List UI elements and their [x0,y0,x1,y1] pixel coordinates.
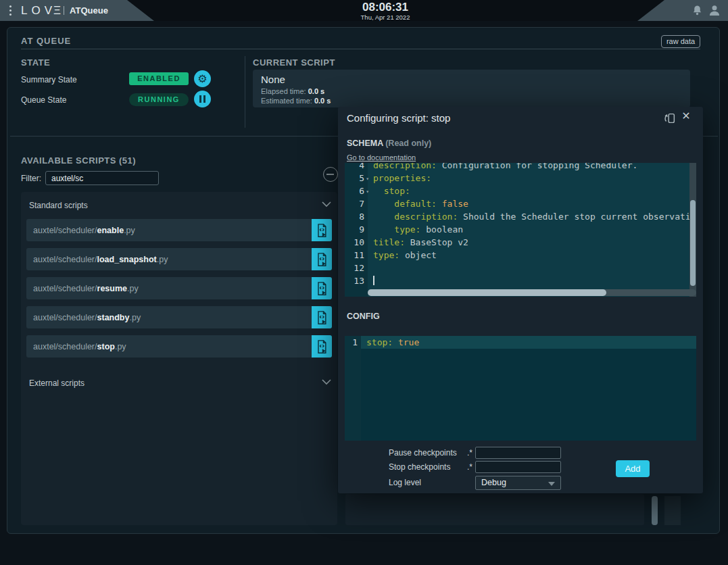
schema-hscroll-thumb[interactable] [368,289,606,296]
script-row[interactable]: auxtel/scheduler/standby.py [26,306,332,328]
code-line: properties: [368,172,696,185]
line-number: 4 [345,163,368,172]
line-number: 7 [345,197,368,210]
line-number: 9 [345,223,368,236]
topbar-left-panel: LOVΞ ATQueue [0,0,155,21]
summary-state-label: Summary State [21,75,77,84]
raw-data-button[interactable]: raw data [661,35,700,48]
config-heading: CONFIG [347,312,380,321]
code-line: description: Should the Scheduler stop c… [368,210,696,223]
script-row[interactable]: auxtel/scheduler/enable.py [26,219,332,241]
estimated-time: Estimated time: 0.0 s [261,97,331,105]
code-line: type: boolean [368,223,696,236]
elapsed-time: Elapsed time: 0.0 s [261,87,324,95]
script-row[interactable]: auxtel/scheduler/stop.py [26,335,332,358]
clock-date: Thu, Apr 21 2022 [341,14,429,21]
code-line: stop: true [361,336,696,349]
script-name: auxtel/scheduler/enable.py [26,226,312,235]
line-number: 12 [345,262,368,274]
line-number: 1 [345,336,361,349]
app-title: ATQueue [70,5,108,16]
script-launch-icon[interactable] [312,306,332,328]
line-number: 13 [345,274,368,287]
script-row[interactable]: auxtel/scheduler/load_snapshot.py [26,248,332,270]
code-line: description: Configuration for stopping … [368,163,696,172]
layout-toggle-icon[interactable] [662,112,677,125]
summary-state-badge: ENABLED [129,72,189,85]
code-line: type: object [368,249,696,262]
queue-state-badge: RUNNING [129,93,189,106]
current-script-heading: CURRENT SCRIPT [253,57,335,68]
close-icon[interactable]: ✕ [680,110,692,122]
current-script-card: None Elapsed time: 0.0 s Estimated time:… [253,70,690,107]
stop-checkpoints-input[interactable] [475,461,561,473]
script-launch-icon[interactable] [312,248,332,270]
script-name: auxtel/scheduler/load_snapshot.py [26,255,312,264]
state-heading: STATE [21,57,50,68]
topbar-right-panel [635,0,728,21]
line-number: 10 [345,236,368,249]
love-logo: LOVΞ [21,4,61,18]
code-line: stop: [368,185,696,197]
summary-state-config-button[interactable]: ⚙ [194,70,211,87]
logo-divider [64,6,64,15]
chevron-down-icon[interactable] [321,378,332,385]
scripts-container: Standard scripts auxtel/scheduler/enable… [21,192,337,525]
script-row[interactable]: auxtel/scheduler/resume.py [26,277,332,299]
current-script-name: None [261,74,285,85]
filter-input[interactable] [45,171,159,185]
modal-title: Configuring script: stop [347,112,450,124]
panel-title: AT QUEUE [21,36,71,46]
line-number: 11 [345,249,368,262]
script-launch-icon[interactable] [312,219,332,241]
code-line [368,262,696,274]
clock: 08:06:31 Thu, Apr 21 2022 [341,0,429,21]
add-button[interactable]: Add [616,460,650,477]
line-number: 6▾ [345,185,368,197]
chevron-down-icon[interactable] [321,201,332,207]
pause-checkpoints-input[interactable] [475,447,561,459]
collapse-minus-icon[interactable] [323,167,338,182]
line-number: 5▾ [345,172,368,185]
pause-icon [199,95,205,103]
gear-icon: ⚙ [197,74,207,84]
column-divider [245,56,245,128]
log-level-label: Log level [389,478,472,488]
script-launch-icon[interactable] [312,277,332,299]
filter-label: Filter: [21,174,41,183]
top-bar: LOVΞ ATQueue 08:06:31 Thu, Apr 21 2022 [0,0,728,21]
code-line: default: false [368,197,696,210]
log-level-select[interactable]: Debug [475,476,561,490]
script-launch-icon[interactable] [312,335,332,358]
menu-dots-icon[interactable] [9,5,11,16]
background-block [664,496,681,525]
stop-checkpoints-label: Stop checkpoints.* [389,462,472,472]
queue-state-label: Queue State [21,95,66,105]
external-scripts-group[interactable]: External scripts [29,378,84,388]
background-scrollbar[interactable] [652,496,658,525]
script-name: auxtel/scheduler/resume.py [26,284,312,293]
clock-time: 08:06:31 [341,1,429,14]
config-editor[interactable]: 1 stop: true [345,336,696,441]
dropdown-caret-icon [548,482,555,486]
available-scripts-heading: AVAILABLE SCRIPTS (51) [21,155,136,166]
header-divider [21,49,700,49]
script-name: auxtel/scheduler/standby.py [26,313,312,322]
schema-vscroll-thumb[interactable] [690,200,696,286]
code-line [368,274,696,287]
bell-icon[interactable] [691,4,703,17]
code-line: title: BaseStop v2 [368,236,696,249]
line-number: 8 [345,210,368,223]
user-icon[interactable] [708,3,721,18]
script-name: auxtel/scheduler/stop.py [26,342,312,351]
background-panel-strip [345,494,644,525]
schema-heading: SCHEMA (Read only) [347,139,431,148]
documentation-link[interactable]: Go to documentation [347,153,416,162]
configure-script-modal: Configuring script: stop ✕ SCHEMA (Read … [338,107,703,493]
standard-scripts-group[interactable]: Standard scripts [29,201,88,210]
pause-queue-button[interactable] [194,91,211,107]
schema-editor[interactable]: 45▾6▾78910111213 description: Configurat… [345,163,696,297]
pause-checkpoints-label: Pause checkpoints.* [389,448,472,458]
